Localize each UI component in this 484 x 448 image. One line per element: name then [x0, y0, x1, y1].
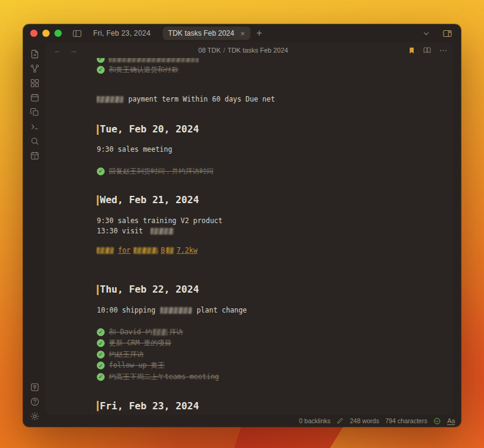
window-title: Fri, Feb 23, 2024 [93, 29, 151, 37]
link-text[interactable]: B [161, 246, 165, 255]
task-row: ✓ 约高王下周二上午teams meeting [97, 371, 454, 383]
zoom-window-button[interactable] [54, 30, 62, 37]
copy-icon[interactable] [27, 105, 42, 119]
backlinks-count[interactable]: 0 backlinks [299, 417, 330, 424]
paragraph-payment: payment term Within 60 days Due net [97, 94, 454, 105]
heading-text: Fri, Feb 23, 2024 [100, 400, 199, 413]
left-ribbon: 1 [23, 42, 46, 427]
redacted-text [97, 96, 123, 103]
vault-switcher-icon[interactable] [27, 380, 42, 394]
breadcrumb-file[interactable]: TDK tasks Feb 2024 [227, 47, 288, 54]
link-line[interactable]: forB7.2kw [97, 245, 454, 256]
task-row: ✓ follow up 黄王 [97, 360, 454, 372]
calendar-day-icon[interactable]: 1 [27, 148, 42, 163]
bookmark-icon[interactable] [408, 46, 416, 55]
breadcrumb-folder[interactable]: 08 TDK [198, 47, 221, 54]
paragraph-shipping: 10:00 shippingplant change [97, 305, 454, 316]
toggle-right-sidebar-icon[interactable] [440, 27, 454, 40]
redacted-text [153, 329, 168, 336]
task-label: 回复赵王到货时间，并约拜访时间 [109, 167, 214, 176]
editor-pane: ← → 08 TDK/TDK tasks Feb 2024 [46, 42, 454, 415]
paragraph-text: plant change [197, 306, 247, 314]
checkbox-checked-icon[interactable]: ✓ [97, 339, 105, 347]
paragraph-training: 9:30 sales training V2 product 13:30 vis… [97, 216, 454, 236]
task-row: ✓ 约赵王拜访 [97, 349, 454, 360]
workspace: 1 ← → 08 TDK/TDK tasks Feb 2024 [23, 42, 461, 427]
paragraph-text: payment term Within 60 days Due net [128, 95, 275, 103]
toggle-left-sidebar-icon[interactable] [70, 27, 83, 40]
checkbox-checked-icon[interactable]: ✓ [97, 58, 105, 63]
reading-mode-icon[interactable] [422, 46, 432, 54]
checkbox-checked-icon[interactable]: ✓ [97, 167, 105, 175]
terminal-icon[interactable] [27, 119, 42, 134]
search-icon[interactable] [27, 134, 42, 148]
graph-icon[interactable] [27, 61, 42, 76]
note-editor[interactable]: ✓ ✓ 和黄王确认退货和付款 payment term Within 60 da… [46, 58, 454, 415]
paragraph-text: 10:00 shipping [97, 306, 155, 314]
view-header: ← → 08 TDK/TDK tasks Feb 2024 [46, 42, 454, 58]
redacted-text [166, 247, 174, 254]
chevron-down-icon[interactable] [419, 27, 433, 40]
task-label: 更新 CRM 里的项目 [109, 339, 172, 348]
help-icon[interactable] [27, 394, 42, 409]
traffic-lights [30, 30, 62, 37]
task-row-clipped: ✓ [97, 58, 454, 64]
task-label: 和 David 约拜访 [109, 328, 183, 337]
edit-mode-icon[interactable] [336, 417, 344, 424]
task-row: ✓ 回复赵王到货时间，并约拜访时间 [97, 166, 454, 177]
checkbox-checked-icon[interactable]: ✓ [97, 328, 105, 336]
task-label: follow up 黄王 [109, 361, 165, 370]
redacted-text [134, 247, 158, 254]
paragraph-text: 9:30 sales training V2 product [97, 216, 223, 225]
heading-marker [97, 195, 99, 206]
heading-text: Wed, Feb 21, 2024 [100, 193, 199, 207]
checkbox-checked-icon[interactable]: ✓ [97, 373, 105, 381]
new-tab-button[interactable]: + [257, 28, 262, 39]
paragraph-sales-meeting: 9:30 sales meeting [97, 144, 454, 155]
task-label: 约赵王拜访 [109, 350, 144, 359]
task-row: ✓ 和黄王确认退货和付款 [97, 64, 454, 75]
task-label: 和黄王确认退货和付款 [109, 65, 178, 74]
tab-label: TDK tasks Feb 2024 [168, 29, 234, 37]
paragraph-text: 13:30 visit [97, 227, 143, 235]
heading-marker [97, 401, 99, 411]
status-bar: 0 backlinks 248 words 794 characters Aa [299, 415, 455, 427]
forward-icon[interactable]: → [68, 45, 79, 56]
heading-marker [97, 125, 99, 135]
tab-close-icon[interactable]: × [240, 30, 245, 37]
word-count: 248 words [350, 417, 379, 424]
heading-text: Thu, Feb 22, 2024 [100, 283, 199, 296]
heading-text: Tue, Feb 20, 2024 [100, 123, 199, 136]
settings-gear-icon[interactable] [27, 409, 42, 423]
breadcrumb[interactable]: 08 TDK/TDK tasks Feb 2024 [79, 47, 408, 54]
character-count: 794 characters [385, 417, 427, 424]
tab-tdk-tasks[interactable]: TDK tasks Feb 2024 × [163, 27, 250, 40]
checkbox-checked-icon[interactable]: ✓ [97, 66, 105, 74]
back-icon[interactable]: ← [52, 45, 63, 56]
redacted-text [97, 247, 114, 254]
canvas-grid-icon[interactable] [27, 76, 42, 90]
link-text[interactable]: for [118, 246, 131, 255]
minimize-window-button[interactable] [42, 30, 50, 37]
link-text[interactable]: 7.2kw [177, 246, 198, 255]
task-label: 约高王下周二上午teams meeting [109, 372, 219, 381]
checkbox-checked-icon[interactable]: ✓ [97, 362, 105, 369]
paragraph-text: 9:30 sales meeting [97, 145, 172, 154]
svg-text:1: 1 [33, 155, 36, 158]
checkbox-checked-icon[interactable]: ✓ [97, 351, 105, 359]
sync-check-icon [433, 417, 441, 425]
appearance-toggle[interactable]: Aa [447, 417, 455, 425]
titlebar: Fri, Feb 23, 2024 TDK tasks Feb 2024 × + [23, 24, 461, 42]
redacted-text [151, 228, 174, 235]
new-note-icon[interactable] [27, 47, 42, 61]
heading-tue: Tue, Feb 20, 2024 [97, 123, 454, 136]
daily-note-check-icon[interactable] [27, 90, 42, 105]
task-group-thu: ✓ 和 David 约拜访 ✓ 更新 CRM 里的项目 ✓ 约赵王拜访 ✓ fo… [97, 326, 454, 383]
app-window: Fri, Feb 23, 2024 TDK tasks Feb 2024 × + [23, 24, 461, 427]
more-options-icon[interactable] [439, 46, 448, 55]
breadcrumb-separator: / [223, 47, 225, 54]
heading-marker [97, 285, 99, 295]
heading-thu: Thu, Feb 22, 2024 [97, 283, 454, 296]
close-window-button[interactable] [30, 30, 38, 37]
heading-fri: Fri, Feb 23, 2024 [97, 400, 454, 413]
